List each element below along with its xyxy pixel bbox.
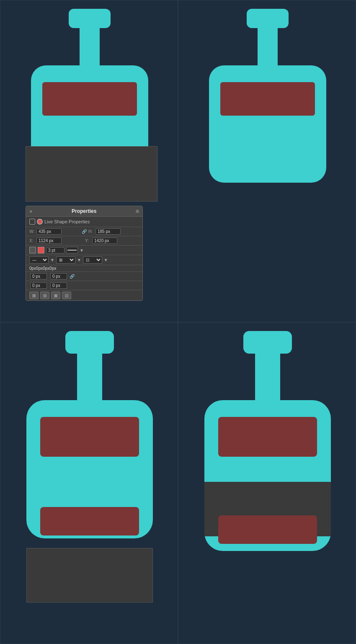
shape-icon <box>29 219 35 225</box>
corner-br[interactable] <box>50 282 67 289</box>
svg-rect-14 <box>40 417 139 457</box>
panel-header: × Properties ≡ <box>26 206 142 217</box>
chevron-icon-2: ▼ <box>77 258 81 262</box>
bottle-illustration-br <box>178 323 356 616</box>
h-input[interactable] <box>95 228 121 235</box>
align-btn-4[interactable]: ⊡ <box>62 292 71 299</box>
svg-rect-12 <box>77 353 102 401</box>
dark-band-tl <box>26 146 157 202</box>
panel-subtitle-text: Live Shape Properties <box>44 219 90 224</box>
svg-rect-0 <box>69 9 111 28</box>
panel-title: Properties <box>72 208 96 214</box>
properties-panel[interactable]: × Properties ≡ Live Shape Properties W: … <box>26 206 143 301</box>
align-select-2[interactable]: ⊞ <box>56 256 75 264</box>
dark-band-bl <box>26 548 153 603</box>
corner-label: 0px0px0px0px <box>29 266 57 271</box>
svg-rect-1 <box>80 27 100 67</box>
y-input[interactable] <box>92 238 117 244</box>
cell-bottom-right <box>178 322 356 644</box>
corner-inputs-row[interactable]: 🔗 <box>26 272 142 281</box>
align-row-top[interactable]: — ▼ ⊞ ▼ ⊡ ▼ <box>26 255 142 265</box>
x-input[interactable] <box>36 238 62 244</box>
fill-swatch[interactable] <box>29 247 36 253</box>
w-input[interactable] <box>36 228 62 235</box>
main-grid: × Properties ≡ Live Shape Properties W: … <box>0 0 356 644</box>
chevron-icon-3: ▼ <box>104 258 108 262</box>
align-select-3[interactable]: ⊡ <box>83 256 102 264</box>
cell-top-left: × Properties ≡ Live Shape Properties W: … <box>0 0 178 322</box>
fill-icon <box>37 219 43 225</box>
svg-rect-17 <box>255 353 280 401</box>
svg-rect-15 <box>40 507 139 535</box>
corner-tr[interactable] <box>50 273 67 279</box>
cell-bottom-left <box>0 322 178 644</box>
align-btn-2[interactable]: ⊟ <box>40 292 49 299</box>
panel-close[interactable]: × <box>29 208 33 215</box>
corner-tl[interactable] <box>30 273 47 279</box>
svg-rect-6 <box>42 82 137 116</box>
svg-rect-7 <box>247 9 289 28</box>
bottle-illustration-tr <box>178 0 356 206</box>
align-select-1[interactable]: — <box>29 256 49 264</box>
panel-subtitle: Live Shape Properties <box>26 217 142 227</box>
svg-rect-8 <box>258 27 278 67</box>
stroke-input[interactable] <box>46 247 64 253</box>
stroke-swatch[interactable] <box>38 247 44 253</box>
width-field[interactable]: W: <box>29 228 80 235</box>
x-field[interactable]: X: <box>29 238 83 244</box>
corner-row: 0px0px0px0px <box>26 265 142 272</box>
corner-bl[interactable] <box>30 282 47 289</box>
h-label: H: <box>88 229 94 234</box>
align-btn-1[interactable]: ⊞ <box>29 292 39 299</box>
cell-top-right: Free Transform Path Unite Shapes Subtrac… <box>178 0 356 322</box>
panel-menu-icon[interactable]: ≡ <box>136 208 139 215</box>
link-icon: 🔗 <box>82 229 87 234</box>
svg-rect-10 <box>220 82 315 116</box>
y-field[interactable]: Y: <box>85 238 139 244</box>
transform-align-row[interactable]: ⊞ ⊟ ⊠ ⊡ <box>26 290 142 300</box>
stroke-row[interactable]: ▼ <box>26 246 142 255</box>
position-row: X: Y: <box>26 236 142 246</box>
y-label: Y: <box>85 238 91 243</box>
svg-rect-16 <box>243 331 292 354</box>
corner-link-icon: 🔗 <box>70 274 75 279</box>
w-label: W: <box>29 229 35 234</box>
x-label: X: <box>29 238 35 243</box>
height-field[interactable]: H: <box>88 228 139 235</box>
corner-inputs-row2[interactable] <box>26 281 142 290</box>
dimensions-row: W: 🔗 H: <box>26 227 142 236</box>
chevron-icon-1: ▼ <box>50 258 54 262</box>
stroke-preview <box>66 247 78 253</box>
chevron-down-icon[interactable]: ▼ <box>80 248 84 253</box>
svg-rect-19 <box>218 417 317 457</box>
svg-rect-11 <box>65 331 114 354</box>
align-btn-3[interactable]: ⊠ <box>51 292 60 299</box>
